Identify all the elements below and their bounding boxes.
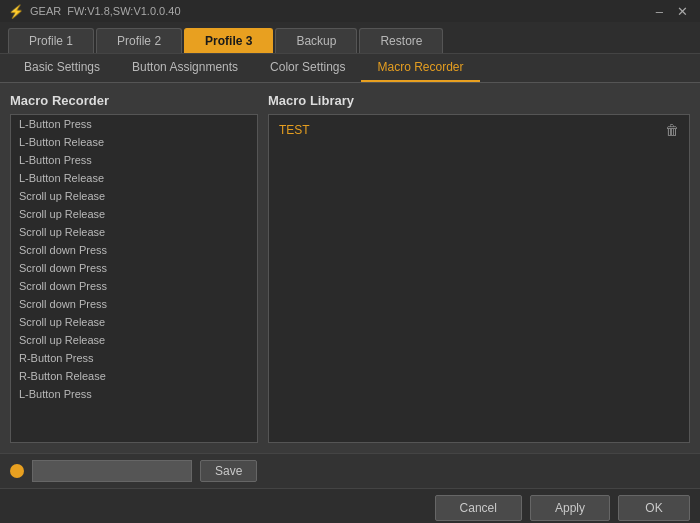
- list-item[interactable]: L-Button Release: [11, 133, 257, 151]
- list-item[interactable]: R-Button Release: [11, 367, 257, 385]
- tab-basic-settings[interactable]: Basic Settings: [8, 54, 116, 82]
- logo-icon: ⚡: [8, 4, 24, 19]
- macro-list[interactable]: L-Button PressL-Button ReleaseL-Button P…: [10, 114, 258, 443]
- library-item-name: TEST: [279, 123, 310, 137]
- tab-button-assignments[interactable]: Button Assignments: [116, 54, 254, 82]
- tab-color-settings[interactable]: Color Settings: [254, 54, 361, 82]
- firmware-version: FW:V1.8,SW:V1.0.0.40: [67, 5, 180, 17]
- macro-name-input[interactable]: [32, 460, 192, 482]
- sub-tabs: Basic Settings Button Assignments Color …: [0, 54, 700, 83]
- list-item[interactable]: Scroll down Press: [11, 277, 257, 295]
- tab-profile-1[interactable]: Profile 1: [8, 28, 94, 53]
- tab-profile-2[interactable]: Profile 2: [96, 28, 182, 53]
- list-item[interactable]: Scroll down Press: [11, 259, 257, 277]
- apply-button[interactable]: Apply: [530, 495, 610, 521]
- cancel-button[interactable]: Cancel: [435, 495, 522, 521]
- macro-library-content: TEST🗑: [268, 114, 690, 443]
- main-content: Macro Recorder L-Button PressL-Button Re…: [0, 83, 700, 453]
- minimize-button[interactable]: –: [652, 4, 667, 19]
- ok-button[interactable]: OK: [618, 495, 690, 521]
- title-controls: – ✕: [652, 4, 692, 19]
- macro-recorder-title: Macro Recorder: [10, 93, 258, 108]
- bottom-bar: Save: [0, 453, 700, 488]
- delete-icon[interactable]: 🗑: [665, 122, 679, 138]
- macro-library-panel: Macro Library TEST🗑: [268, 93, 690, 443]
- save-button[interactable]: Save: [200, 460, 257, 482]
- list-item[interactable]: Scroll up Release: [11, 223, 257, 241]
- list-item[interactable]: L-Button Press: [11, 115, 257, 133]
- list-item[interactable]: Scroll up Release: [11, 205, 257, 223]
- list-item[interactable]: Scroll down Press: [11, 241, 257, 259]
- app-name: GEAR: [30, 5, 61, 17]
- macro-recorder-panel: Macro Recorder L-Button PressL-Button Re…: [10, 93, 258, 443]
- record-indicator: [10, 464, 24, 478]
- tab-profile-3[interactable]: Profile 3: [184, 28, 273, 53]
- tab-backup[interactable]: Backup: [275, 28, 357, 53]
- list-item[interactable]: Scroll up Release: [11, 313, 257, 331]
- tab-restore[interactable]: Restore: [359, 28, 443, 53]
- list-item[interactable]: L-Button Release: [11, 169, 257, 187]
- list-item[interactable]: L-Button Press: [11, 385, 257, 403]
- title-bar-left: ⚡ GEAR FW:V1.8,SW:V1.0.0.40: [8, 4, 181, 19]
- list-item[interactable]: Scroll up Release: [11, 187, 257, 205]
- list-item[interactable]: Scroll down Press: [11, 295, 257, 313]
- list-item[interactable]: Scroll up Release: [11, 331, 257, 349]
- list-item[interactable]: L-Button Press: [11, 151, 257, 169]
- title-bar: ⚡ GEAR FW:V1.8,SW:V1.0.0.40 – ✕: [0, 0, 700, 22]
- profile-tabs: Profile 1 Profile 2 Profile 3 Backup Res…: [0, 22, 700, 54]
- tab-macro-recorder[interactable]: Macro Recorder: [361, 54, 479, 82]
- list-item[interactable]: R-Button Press: [11, 349, 257, 367]
- action-bar: Cancel Apply OK: [0, 488, 700, 523]
- macro-library-title: Macro Library: [268, 93, 690, 108]
- close-button[interactable]: ✕: [673, 4, 692, 19]
- library-item[interactable]: TEST🗑: [273, 119, 685, 141]
